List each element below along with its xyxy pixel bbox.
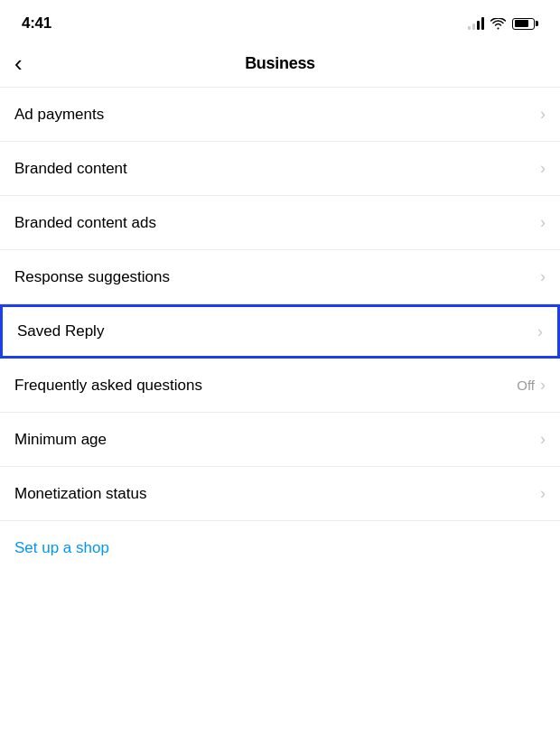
menu-item-right-monetization-status: › xyxy=(540,484,546,503)
signal-icon xyxy=(468,17,484,30)
menu-item-left-faq: Frequently asked questions xyxy=(14,377,517,395)
menu-item-label-minimum-age: Minimum age xyxy=(14,431,107,449)
menu-item-branded-content-ads[interactable]: Branded content ads› xyxy=(0,196,560,250)
menu-item-right-minimum-age: › xyxy=(540,430,546,449)
menu-item-label-response-suggestions: Response suggestions xyxy=(14,268,170,286)
chevron-right-icon-ad-payments: › xyxy=(540,105,546,124)
status-time: 4:41 xyxy=(22,14,51,33)
menu-item-minimum-age[interactable]: Minimum age› xyxy=(0,413,560,467)
status-icons xyxy=(468,17,538,30)
menu-item-monetization-status[interactable]: Monetization status› xyxy=(0,467,560,521)
chevron-right-icon-saved-reply: › xyxy=(537,322,543,341)
menu-item-saved-reply[interactable]: Saved Reply› xyxy=(0,304,560,359)
chevron-right-icon-faq: › xyxy=(540,376,546,395)
page-title: Business xyxy=(245,54,315,73)
chevron-right-icon-minimum-age: › xyxy=(540,430,546,449)
menu-item-label-branded-content: Branded content xyxy=(14,160,127,178)
menu-item-left-branded-content-ads: Branded content ads xyxy=(14,214,540,232)
wifi-icon xyxy=(490,18,506,30)
shop-link-container: Set up a shop xyxy=(0,521,560,575)
menu-item-label-saved-reply: Saved Reply xyxy=(17,322,104,340)
menu-item-label-monetization-status: Monetization status xyxy=(14,485,146,503)
menu-item-status-faq: Off xyxy=(517,378,535,393)
chevron-right-icon-branded-content: › xyxy=(540,159,546,178)
menu-item-right-branded-content-ads: › xyxy=(540,213,546,232)
menu-item-left-ad-payments: Ad payments xyxy=(14,106,540,124)
menu-item-right-branded-content: › xyxy=(540,159,546,178)
menu-item-right-faq: Off› xyxy=(517,376,546,395)
setup-shop-link[interactable]: Set up a shop xyxy=(14,539,109,556)
status-bar: 4:41 xyxy=(0,0,560,40)
chevron-right-icon-response-suggestions: › xyxy=(540,267,546,286)
battery-icon xyxy=(512,18,538,30)
menu-item-left-monetization-status: Monetization status xyxy=(14,485,540,503)
menu-item-left-saved-reply: Saved Reply xyxy=(17,322,537,340)
menu-item-label-ad-payments: Ad payments xyxy=(14,106,104,124)
menu-list: Ad payments›Branded content›Branded cont… xyxy=(0,88,560,521)
header: ‹ Business xyxy=(0,40,560,87)
menu-item-faq[interactable]: Frequently asked questionsOff› xyxy=(0,359,560,413)
menu-item-left-branded-content: Branded content xyxy=(14,160,540,178)
menu-item-right-ad-payments: › xyxy=(540,105,546,124)
menu-item-right-saved-reply: › xyxy=(537,322,543,341)
chevron-right-icon-branded-content-ads: › xyxy=(540,213,546,232)
chevron-right-icon-monetization-status: › xyxy=(540,484,546,503)
menu-item-label-faq: Frequently asked questions xyxy=(14,377,202,395)
menu-item-left-minimum-age: Minimum age xyxy=(14,431,540,449)
menu-item-branded-content[interactable]: Branded content› xyxy=(0,142,560,196)
back-chevron-icon: ‹ xyxy=(14,51,23,75)
menu-item-left-response-suggestions: Response suggestions xyxy=(14,268,540,286)
menu-item-right-response-suggestions: › xyxy=(540,267,546,286)
back-button[interactable]: ‹ xyxy=(14,51,23,75)
menu-item-label-branded-content-ads: Branded content ads xyxy=(14,214,156,232)
menu-item-ad-payments[interactable]: Ad payments› xyxy=(0,88,560,142)
menu-item-response-suggestions[interactable]: Response suggestions› xyxy=(0,250,560,304)
